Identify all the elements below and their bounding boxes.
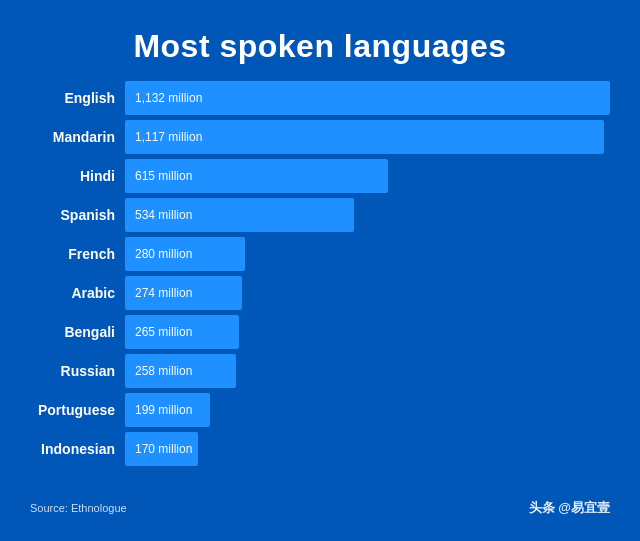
bar-row: Spanish534 million xyxy=(30,198,610,232)
bar-row: Mandarin1,117 million xyxy=(30,120,610,154)
watermark: 头条 @易宜壹 xyxy=(529,499,610,517)
bar-value-label: 1,132 million xyxy=(135,91,202,105)
bar-language-label: Spanish xyxy=(30,207,125,223)
bar-container: 615 million xyxy=(125,159,610,193)
bar: 1,117 million xyxy=(125,120,604,154)
footer: Source: Ethnologue 头条 @易宜壹 xyxy=(30,499,610,517)
bar-row: Russian258 million xyxy=(30,354,610,388)
bar-value-label: 265 million xyxy=(135,325,192,339)
bar-value-label: 170 million xyxy=(135,442,192,456)
bar: 280 million xyxy=(125,237,245,271)
bar-value-label: 199 million xyxy=(135,403,192,417)
bar-row: English1,132 million xyxy=(30,81,610,115)
bar-container: 170 million xyxy=(125,432,610,466)
bar-container: 258 million xyxy=(125,354,610,388)
bar-row: Indonesian170 million xyxy=(30,432,610,466)
bar-row: French280 million xyxy=(30,237,610,271)
bar-container: 534 million xyxy=(125,198,610,232)
bar-row: Hindi615 million xyxy=(30,159,610,193)
bar-language-label: Bengali xyxy=(30,324,125,340)
bar: 615 million xyxy=(125,159,388,193)
bar-value-label: 534 million xyxy=(135,208,192,222)
bar: 258 million xyxy=(125,354,236,388)
bar-row: Arabic274 million xyxy=(30,276,610,310)
bar-value-label: 1,117 million xyxy=(135,130,202,144)
bar-language-label: Hindi xyxy=(30,168,125,184)
bar: 265 million xyxy=(125,315,239,349)
bar: 199 million xyxy=(125,393,210,427)
bar-row: Bengali265 million xyxy=(30,315,610,349)
bar-value-label: 615 million xyxy=(135,169,192,183)
bar-container: 274 million xyxy=(125,276,610,310)
bar-row: Portuguese199 million xyxy=(30,393,610,427)
bar-value-label: 274 million xyxy=(135,286,192,300)
bar-language-label: Mandarin xyxy=(30,129,125,145)
bar: 274 million xyxy=(125,276,242,310)
bar-container: 199 million xyxy=(125,393,610,427)
chart-title: Most spoken languages xyxy=(30,28,610,65)
bar: 1,132 million xyxy=(125,81,610,115)
bar: 534 million xyxy=(125,198,354,232)
bar-container: 1,132 million xyxy=(125,81,610,115)
bar-language-label: English xyxy=(30,90,125,106)
bar-container: 1,117 million xyxy=(125,120,610,154)
bar-container: 280 million xyxy=(125,237,610,271)
bar: 170 million xyxy=(125,432,198,466)
bar-container: 265 million xyxy=(125,315,610,349)
source-label: Source: Ethnologue xyxy=(30,502,127,514)
bar-language-label: Arabic xyxy=(30,285,125,301)
bar-language-label: Indonesian xyxy=(30,441,125,457)
bar-language-label: Portuguese xyxy=(30,402,125,418)
chart-card: Most spoken languages English1,132 milli… xyxy=(10,10,630,531)
bar-value-label: 280 million xyxy=(135,247,192,261)
bar-language-label: French xyxy=(30,246,125,262)
chart-area: English1,132 millionMandarin1,117 millio… xyxy=(30,81,610,491)
bar-value-label: 258 million xyxy=(135,364,192,378)
bar-language-label: Russian xyxy=(30,363,125,379)
